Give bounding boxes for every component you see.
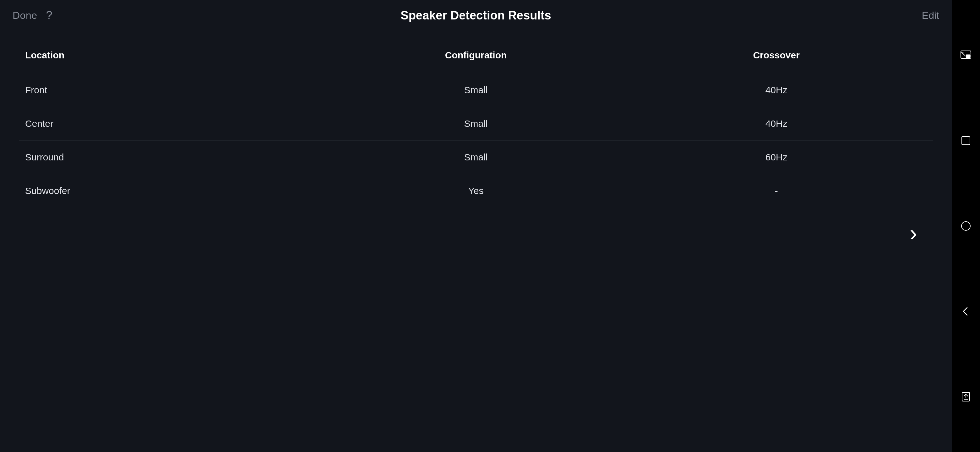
square-icon[interactable] [958,132,974,149]
table-row: Subwoofer Yes - [19,174,933,208]
circle-icon[interactable] [958,218,974,234]
scroll-svg [960,391,972,403]
svg-rect-1 [966,55,970,58]
table-row: Surround Small 60Hz [19,141,933,174]
square-svg [960,135,972,146]
cell-config-front: Small [326,85,626,95]
pip-svg [960,49,972,61]
cell-location-surround: Surround [25,152,326,163]
table-header: Location Configuration Crossover [19,50,933,70]
table-row: Center Small 40Hz [19,107,933,141]
col-header-crossover: Crossover [626,50,927,60]
header: Done ? Speaker Detection Results Edit [0,0,952,31]
cell-location-subwoofer: Subwoofer [25,186,326,196]
header-left: Done ? [13,9,52,22]
table-row: Front Small 40Hz [19,73,933,107]
cell-crossover-front: 40Hz [626,85,927,95]
svg-rect-3 [962,136,970,145]
main-content: Done ? Speaker Detection Results Edit Lo… [0,0,952,452]
picture-in-picture-icon[interactable] [958,47,974,63]
done-button[interactable]: Done [13,10,37,21]
sidebar-nav [952,0,980,452]
cell-location-front: Front [25,85,326,95]
cell-config-subwoofer: Yes [326,186,626,196]
cell-crossover-subwoofer: - [626,186,927,196]
circle-svg [960,220,972,232]
page-title: Speaker Detection Results [401,9,551,22]
scroll-icon[interactable] [958,389,974,405]
help-button[interactable]: ? [46,9,52,22]
cell-crossover-center: 40Hz [626,118,927,129]
cell-config-surround: Small [326,152,626,163]
back-svg [960,306,972,317]
cell-crossover-surround: 60Hz [626,152,927,163]
cell-config-center: Small [326,118,626,129]
cell-location-center: Center [25,118,326,129]
svg-line-2 [961,52,965,55]
edit-button[interactable]: Edit [922,10,939,21]
svg-point-4 [961,222,970,230]
table-container: Location Configuration Crossover Front S… [0,31,952,452]
col-header-configuration: Configuration [326,50,626,60]
back-icon[interactable] [958,303,974,320]
col-header-location: Location [25,50,326,60]
